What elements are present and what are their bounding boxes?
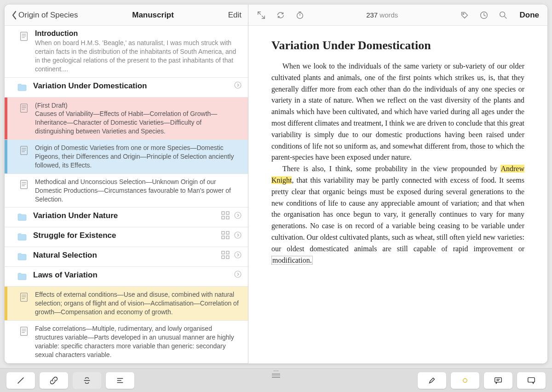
item-synopsis: (First Draft)Causes of Variability—Effec… [35, 101, 242, 136]
editor-header: 237 words Done [248, 5, 547, 26]
svg-point-31 [235, 252, 241, 258]
link-button[interactable] [40, 372, 68, 389]
binder-header: Origin of Species Manuscript Edit [5, 5, 248, 26]
align-left-icon [115, 376, 125, 385]
document-icon [18, 326, 29, 336]
outline-document[interactable]: Methodical and Unconscious Selection—Unk… [5, 174, 248, 208]
chevron-right-icon [234, 231, 242, 239]
outline-folder[interactable]: Laws of Variation [5, 267, 248, 287]
search-icon[interactable] [499, 11, 508, 20]
outline-document[interactable]: IntroductionWhen on board H.M.S. 'Beagle… [5, 26, 248, 78]
binder-title: Manuscript [78, 11, 228, 20]
svg-point-4 [235, 82, 241, 88]
grid-icon [221, 211, 230, 219]
pencil-icon [16, 376, 25, 385]
strikethrough-icon [82, 376, 92, 385]
editor-pane: 237 words Done Variation Under Domestica… [248, 5, 547, 363]
item-synopsis: Methodical and Unconscious Selection—Unk… [35, 178, 242, 204]
svg-point-26 [235, 232, 241, 238]
comment-button[interactable] [484, 372, 512, 389]
label-button[interactable] [451, 372, 479, 389]
strikethrough-button[interactable] [73, 372, 101, 389]
outline-document[interactable]: Effects of external conditions—Use and d… [5, 287, 248, 321]
outline-document[interactable]: Origin of Domestic Varieties from one or… [5, 140, 248, 174]
svg-rect-33 [21, 293, 28, 301]
svg-rect-60 [528, 377, 535, 382]
document-icon [18, 292, 29, 302]
item-synopsis: When on board H.M.S. 'Beagle,' as natura… [35, 39, 242, 74]
folder-icon [17, 253, 28, 261]
circle-icon [461, 376, 469, 385]
svg-rect-27 [222, 251, 224, 254]
item-synopsis: False correlations—Multiple, rudimentary… [35, 324, 242, 359]
svg-rect-22 [222, 231, 224, 234]
svg-rect-24 [222, 236, 224, 239]
outline-folder[interactable]: Variation Under Domestication [5, 78, 248, 98]
svg-rect-37 [21, 327, 28, 335]
timer-icon[interactable] [295, 11, 305, 20]
word-count: 237 words [305, 11, 460, 19]
selection-box: modification. [271, 256, 313, 265]
drag-handle[interactable] [272, 370, 280, 379]
chevron-right-icon [234, 81, 242, 89]
outline-folder[interactable]: Struggle for Existence [5, 227, 248, 247]
svg-point-54 [297, 12, 303, 18]
svg-rect-25 [226, 236, 229, 239]
svg-rect-59 [495, 377, 502, 382]
document-icon [18, 103, 29, 113]
item-synopsis: Effects of external conditions—Use and d… [35, 290, 242, 317]
document-heading: Variation Under Domestication [271, 39, 524, 52]
sync-icon[interactable] [276, 11, 285, 20]
chapter-title: Variation Under Nature [33, 211, 218, 220]
done-button[interactable]: Done [520, 11, 540, 20]
edit-button[interactable]: Edit [228, 11, 242, 20]
align-button[interactable] [106, 372, 134, 389]
svg-rect-30 [226, 256, 229, 259]
svg-rect-29 [222, 256, 224, 259]
bottom-toolbar [0, 368, 552, 392]
speech-bubble-icon [527, 376, 536, 385]
svg-point-57 [500, 12, 505, 17]
expand-icon[interactable] [257, 11, 266, 20]
svg-rect-0 [21, 32, 28, 40]
document-paragraph: There is also, I think, some probability… [271, 163, 524, 266]
chapter-title: Struggle for Existence [33, 231, 218, 240]
editor-content[interactable]: Variation Under Domestication When we lo… [248, 26, 547, 363]
back-title: Origin of Species [18, 11, 78, 20]
highlighter-button[interactable] [418, 372, 446, 389]
svg-point-58 [463, 378, 467, 382]
svg-rect-23 [226, 231, 229, 234]
outline-folder[interactable]: Natural Selection [5, 247, 248, 267]
comment-bubble-icon [494, 376, 503, 385]
chapter-title: Laws of Variation [33, 271, 230, 280]
document-icon [18, 145, 29, 156]
chevron-right-icon [234, 212, 242, 219]
outline-document[interactable]: False correlations—Multiple, rudimentary… [5, 321, 248, 363]
svg-rect-19 [222, 216, 224, 219]
svg-rect-20 [226, 216, 229, 219]
svg-point-21 [235, 212, 241, 219]
chevron-right-icon [234, 251, 242, 259]
outline-document[interactable]: (First Draft)Causes of Variability—Effec… [5, 98, 248, 140]
inspector-button[interactable] [517, 372, 546, 389]
grid-icon [221, 231, 230, 239]
svg-rect-18 [226, 212, 229, 214]
folder-icon [17, 213, 28, 221]
document-icon [18, 179, 29, 190]
document-icon [18, 31, 29, 41]
svg-rect-5 [21, 104, 28, 112]
document-paragraph: When we look to the individuals of the s… [271, 61, 524, 163]
svg-rect-9 [21, 146, 28, 155]
link-icon [49, 376, 58, 385]
grid-icon [221, 251, 230, 259]
svg-rect-13 [21, 180, 28, 189]
history-icon[interactable] [479, 11, 489, 20]
tag-icon[interactable] [460, 11, 469, 20]
binder-pane: Origin of Species Manuscript Edit Introd… [5, 5, 248, 363]
format-pencil-button[interactable] [6, 372, 35, 389]
outline-list[interactable]: IntroductionWhen on board H.M.S. 'Beagle… [5, 26, 248, 363]
outline-folder[interactable]: Variation Under Nature [5, 208, 248, 227]
folder-icon [17, 233, 28, 241]
chapter-title: Natural Selection [33, 251, 218, 260]
back-button[interactable]: Origin of Species [11, 11, 78, 20]
